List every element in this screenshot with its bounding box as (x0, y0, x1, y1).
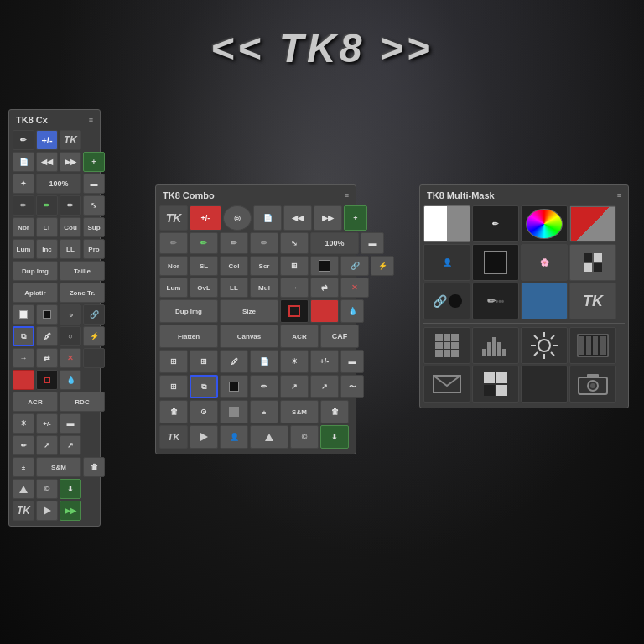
r-flower-btn[interactable]: 🌸 (521, 244, 568, 281)
c-layers2-btn[interactable]: ⊞ (190, 350, 218, 373)
c-redsq-btn[interactable] (280, 299, 309, 323)
c-brush3-btn[interactable]: ✏ (220, 232, 248, 254)
left-zonetr-btn[interactable]: Zone Tr. (60, 283, 105, 303)
c-scr-btn[interactable]: Scr (250, 256, 278, 276)
c-xmark-btn[interactable]: ✕ (340, 278, 369, 298)
c-redfill-btn[interactable] (310, 299, 339, 323)
c-lum-btn[interactable]: Lum (159, 278, 188, 298)
left-drop-btn[interactable]: 💧 (60, 370, 81, 390)
r-brightness-btn[interactable] (521, 327, 568, 364)
r-blackmask-btn[interactable] (472, 244, 519, 281)
left-ll-btn[interactable]: LL (60, 239, 81, 259)
c-rewind-btn[interactable]: ◀◀ (283, 205, 312, 231)
c-ovl-btn[interactable]: OvL (190, 278, 218, 298)
c-brush4-btn[interactable]: ✏ (250, 232, 278, 254)
left-redsq2-btn[interactable] (36, 370, 58, 390)
c-trash1-btn[interactable]: 🗑 (159, 400, 188, 423)
c-person-btn[interactable]: 👤 (220, 425, 248, 449)
c-caf-btn[interactable]: CAF (320, 325, 359, 348)
left-sun-btn[interactable]: ☀ (13, 413, 34, 434)
left-plus-btn[interactable]: +/- (36, 130, 58, 150)
left-chain-btn[interactable]: 🔗 (83, 304, 105, 325)
r-camera-btn[interactable] (569, 366, 616, 402)
r-whitegray-btn[interactable] (423, 205, 470, 242)
r-pen-btn[interactable]: ✏ ••• (472, 283, 519, 319)
left-brush1-btn[interactable]: ✏ (13, 195, 34, 216)
left-tk-btn[interactable]: TK (60, 130, 81, 150)
left-rewind-btn[interactable]: ◀◀ (36, 152, 58, 172)
c-tk2-btn[interactable]: TK (159, 425, 188, 449)
left-tool3-btn[interactable]: ↗ (60, 435, 81, 455)
left-brush3-btn[interactable]: ✏ (60, 195, 81, 216)
left-dl-btn[interactable]: ⬇ (60, 479, 81, 499)
r-minisq-btn[interactable] (569, 244, 616, 281)
left-tool2-btn[interactable]: ↗ (36, 435, 58, 455)
c-toggle-btn[interactable]: ⊙ (190, 400, 218, 423)
r-squares-btn[interactable] (472, 366, 519, 402)
c-brush2-btn[interactable]: ✏ (190, 232, 218, 254)
left-sup-btn[interactable]: Sup (83, 217, 105, 237)
c-resize-btn[interactable]: ⤡ (280, 232, 309, 254)
left-tri-btn[interactable] (13, 479, 34, 499)
c-lay3-btn[interactable] (220, 375, 248, 398)
left-cou-btn[interactable]: Cou (60, 217, 81, 237)
r-envelope-btn[interactable] (423, 366, 470, 402)
left-pm-btn[interactable]: +/- (36, 413, 58, 434)
c-minus-btn[interactable]: ▬ (361, 232, 384, 254)
c-nor-btn[interactable]: Nor (159, 256, 188, 276)
left-mask3-btn[interactable]: ⬦ (60, 304, 81, 325)
c-mask-btn[interactable] (310, 256, 339, 276)
left-exp-btn[interactable] (83, 348, 105, 368)
r-brush-btn[interactable]: ✏ (472, 205, 519, 242)
c-arrdiag2-btn[interactable]: ↗ (310, 375, 339, 398)
left-brush2-btn[interactable]: ✏ (36, 195, 58, 216)
c-minus2-btn[interactable]: ▬ (340, 350, 364, 373)
left-tool1-btn[interactable]: ✏ (13, 435, 34, 455)
c-dupimg-btn[interactable]: Dup Img (159, 299, 218, 323)
r-filmstrip-btn[interactable] (569, 327, 616, 364)
c-brush1-btn[interactable]: ✏ (159, 232, 188, 254)
left-minus2-btn[interactable]: ▬ (60, 413, 81, 434)
c-pm2-btn[interactable]: +/- (310, 350, 339, 373)
c-size-btn[interactable]: Size (220, 299, 278, 323)
left-minus-btn[interactable]: ▬ (83, 174, 105, 194)
r-grid-btn[interactable] (423, 327, 470, 364)
left-add-btn[interactable]: + (83, 152, 105, 172)
left-resize-btn[interactable]: ⤡ (83, 195, 105, 216)
c-ll-btn[interactable]: LL (220, 278, 248, 298)
c-graysq-btn[interactable] (220, 400, 248, 423)
left-trash-btn[interactable]: 🗑 (83, 457, 105, 477)
c-circle-btn[interactable]: ◎ (223, 205, 252, 231)
left-redsq-btn[interactable] (13, 370, 34, 390)
left-lt-btn[interactable]: LT (36, 217, 58, 237)
c-acr-btn[interactable]: ACR (280, 325, 319, 348)
left-lightning-btn[interactable]: ⚡ (83, 326, 105, 346)
c-sun-btn[interactable]: ☀ (280, 350, 309, 373)
left-copy-btn[interactable]: © (36, 479, 58, 499)
left-nor-btn[interactable]: Nor (13, 217, 34, 237)
left-rdc-btn[interactable]: RDC (60, 392, 105, 412)
left-mask1-btn[interactable] (13, 304, 34, 325)
c-layers1-btn[interactable]: ⊞ (159, 350, 188, 373)
left-arr2-btn[interactable]: ⇄ (36, 348, 58, 368)
left-pencil-btn[interactable]: ✏ (13, 130, 34, 150)
left-pm2-btn[interactable]: ± (13, 457, 34, 477)
left-fwd-btn[interactable]: ▶▶ (60, 501, 81, 521)
c-fwd-btn[interactable]: ▶▶ (314, 205, 342, 231)
c-add-btn[interactable]: + (344, 205, 367, 231)
c-sl-btn[interactable]: SL (190, 256, 218, 276)
c-doc2-btn[interactable]: 📄 (250, 350, 278, 373)
r-list-btn[interactable] (521, 283, 568, 319)
left-ellipse-btn[interactable]: ○ (60, 326, 81, 346)
left-lum-btn[interactable]: Lum (13, 239, 34, 259)
left-x-btn[interactable]: ✕ (60, 348, 81, 368)
c-col-btn[interactable]: Col (220, 256, 248, 276)
c-trash2-btn[interactable]: 🗑 (320, 400, 349, 423)
c-sm-btn[interactable]: S&M (280, 400, 319, 423)
c-flatten-btn[interactable]: Flatten (159, 325, 218, 348)
left-acr-btn[interactable]: ACR (13, 392, 58, 412)
c-tri-btn[interactable] (250, 425, 288, 449)
c-percent-btn[interactable]: 100% (310, 232, 359, 254)
left-pen-btn[interactable]: 🖊 (36, 326, 58, 346)
left-dupimg-btn[interactable]: Dup Img (13, 261, 58, 281)
